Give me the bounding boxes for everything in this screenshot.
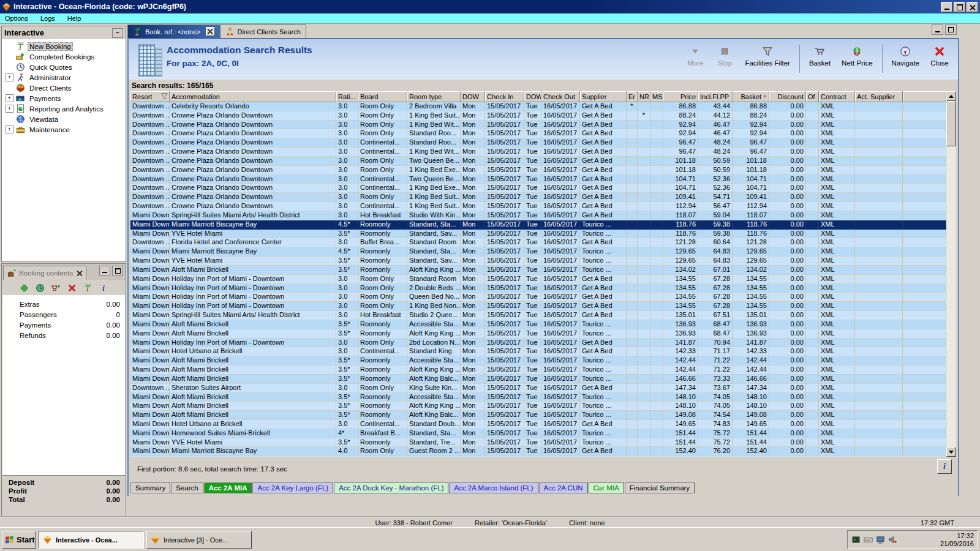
table-row[interactable]: Downtown ...Crowne Plaza Orlando Downtow…: [130, 175, 947, 184]
delete-icon-button[interactable]: [67, 283, 77, 294]
title-bar[interactable]: Interactive - Ocean-Florida (code: wPJCn…: [0, 0, 980, 13]
sidebar-item-completed-bookings[interactable]: Completed Bookings: [2, 51, 126, 62]
table-row[interactable]: Downtown ...Crowne Plaza Orlando Downtow…: [130, 202, 947, 211]
column-header-contract[interactable]: Contract: [819, 91, 855, 102]
table-row[interactable]: Miami Down...Holiday Inn Port of Miami -…: [130, 275, 947, 284]
nett-price-button[interactable]: $Nett Price: [839, 43, 876, 67]
table-row[interactable]: Miami Down...Hotel Urbano at Brickell3.0…: [130, 347, 947, 356]
table-row[interactable]: Miami Down...Holiday Inn Port of Miami -…: [130, 302, 947, 311]
table-row[interactable]: Miami Down...YVE Hotel Miami3.5*Roomonly…: [130, 257, 947, 266]
scroll-up-icon[interactable]: [946, 91, 956, 101]
bottom-tab-acc-2a-cun[interactable]: Acc 2A CUN: [539, 482, 588, 493]
table-row[interactable]: Downtown ...Crowne Plaza Orlando Downtow…: [130, 193, 947, 202]
info-icon-button[interactable]: i: [99, 283, 108, 294]
expand-icon[interactable]: +: [6, 105, 13, 113]
table-row[interactable]: Downtown ...Florida Hotel and Conference…: [130, 238, 947, 247]
column-header-nr[interactable]: NR: [638, 91, 650, 102]
table-row[interactable]: Miami Down...Miami Marriott Biscayne Bay…: [130, 447, 947, 456]
start-button[interactable]: Start: [2, 531, 36, 549]
close-button[interactable]: [967, 2, 978, 12]
info-button[interactable]: i: [937, 459, 952, 474]
booking-item-extras[interactable]: Extras0.00: [2, 299, 125, 309]
booking-item-payments[interactable]: Payments0.00: [2, 320, 125, 330]
navigate-button[interactable]: Navigate: [889, 43, 922, 67]
mdi-restore-button[interactable]: [945, 24, 957, 35]
bottom-tab-summary[interactable]: Summary: [130, 482, 170, 493]
column-header-er[interactable]: Er: [627, 91, 638, 102]
booking-contents-tab[interactable]: Booking contents: [3, 266, 86, 280]
table-row[interactable]: Miami Down...Aloft Miami Brickell3.5*Roo…: [130, 402, 947, 411]
palm-icon-button[interactable]: [83, 283, 92, 294]
table-row[interactable]: Miami Down...Homewood Suites Miami-Brick…: [130, 429, 947, 438]
table-row[interactable]: Miami Down...Holiday Inn Port of Miami -…: [130, 284, 947, 293]
sidebar-item-administrator[interactable]: +Administrator: [2, 72, 126, 83]
taskbar-task-1[interactable]: Interactive - Ocea...: [39, 531, 144, 549]
menu-item-logs[interactable]: Logs: [40, 15, 55, 22]
bottom-tab-acc-2a-key-largo-fl[interactable]: Acc 2A Key Largo (FL): [252, 482, 333, 493]
column-header-room-type[interactable]: Room type: [407, 91, 461, 102]
table-row[interactable]: Miami Down...YVE Hotel Miami3.5*Roomonly…: [130, 230, 947, 239]
table-vertical-scrollbar[interactable]: [946, 91, 956, 457]
column-header-board[interactable]: Board: [358, 91, 407, 102]
minimize-button[interactable]: [941, 2, 952, 12]
table-row[interactable]: Miami Down...Aloft Miami Brickell3.5*Roo…: [130, 320, 947, 329]
sidebar-item-viewdata[interactable]: Viewdata: [2, 114, 126, 124]
sidebar-item-payments[interactable]: +$Payments: [2, 93, 126, 103]
table-row[interactable]: Miami Down...Aloft Miami Brickell3.5*Roo…: [130, 393, 947, 402]
scrollbar-thumb[interactable]: [946, 101, 956, 146]
column-header-discount[interactable]: Discount: [769, 91, 806, 102]
table-row[interactable]: Downtown ...Sheraton Suites Airport3.0Ro…: [130, 384, 947, 393]
table-row[interactable]: Downtown ...Crowne Plaza Orlando Downtow…: [130, 138, 947, 148]
sidebar-item-direct-clients[interactable]: Direct Clients: [2, 83, 126, 93]
column-header-ms[interactable]: MS: [650, 91, 663, 102]
bottom-tab-acc-2a-mia[interactable]: Acc 2A MIA: [204, 482, 252, 493]
booking-contents-close-icon[interactable]: [77, 271, 82, 276]
expand-icon[interactable]: +: [6, 73, 13, 81]
table-row[interactable]: Miami Down...YVE Hotel Miami3.5*Roomonly…: [130, 438, 947, 448]
tab-book-ref-none[interactable]: Book. ref.: <none>: [127, 24, 221, 38]
column-header-accommodation[interactable]: Accommodation: [170, 91, 336, 102]
table-row[interactable]: Downtown ...Celebrity Resorts Orlando3.0…: [130, 102, 947, 111]
sidebar-item-reporting-and-analytics[interactable]: +Reporting and Analytics: [2, 103, 126, 114]
column-header-check-in[interactable]: Check In: [485, 91, 524, 102]
column-header-of[interactable]: Of: [806, 91, 819, 102]
column-header-act-supplier[interactable]: Act. Supplier: [855, 91, 903, 102]
table-row[interactable]: Miami Down...Holiday Inn Port of Miami -…: [130, 293, 947, 302]
sidebar-item-quick-quotes[interactable]: Quick Quotes: [2, 62, 126, 72]
sidebar-item-new-booking[interactable]: New Booking: [2, 41, 126, 51]
expand-icon[interactable]: +: [6, 94, 13, 102]
panel-collapse-icon[interactable]: −: [112, 28, 123, 38]
tab-direct-clients-search[interactable]: Direct Clients Search: [221, 24, 306, 38]
booking-panel-minimize-button[interactable]: [99, 266, 110, 276]
table-row[interactable]: Miami Down...Aloft Miami Brickell3.5*Roo…: [130, 375, 947, 384]
table-row[interactable]: Downtown ...Crowne Plaza Orlando Downtow…: [130, 184, 947, 193]
booking-item-passengers[interactable]: Passengers0: [2, 309, 125, 320]
table-row[interactable]: Miami Down...Holiday Inn Port of Miami -…: [130, 339, 947, 348]
scroll-down-icon[interactable]: [946, 447, 956, 457]
column-header-rati[interactable]: Rati...: [336, 91, 358, 102]
table-row[interactable]: Miami Down...Aloft Miami Brickell3.5*Roo…: [130, 356, 947, 365]
column-header-dow[interactable]: DOW: [461, 91, 485, 102]
expand-icon[interactable]: +: [6, 126, 13, 133]
table-row[interactable]: Downtown ...Crowne Plaza Orlando Downtow…: [130, 157, 947, 166]
column-header-basket[interactable]: Basket▼: [733, 91, 769, 102]
bottom-tab-financial-summary[interactable]: Financial Summary: [625, 482, 695, 493]
bottom-tab-acc-2a-duck-key-marathon-fl[interactable]: Acc 2A Duck Key - Marathon (FL): [334, 482, 448, 493]
table-row[interactable]: Downtown ...Crowne Plaza Orlando Downtow…: [130, 129, 947, 138]
menu-item-help[interactable]: Help: [67, 15, 81, 22]
quote-clock-icon-button[interactable]: [36, 283, 45, 294]
table-row[interactable]: Miami Down...Hotel Urbano at Brickell3.0…: [130, 420, 947, 429]
bottom-tab-acc-2a-marco-island-fl[interactable]: Acc 2A Marco Island (FL): [449, 482, 538, 493]
table-row[interactable]: Miami Down...Aloft Miami Brickell3.5*Roo…: [130, 365, 947, 375]
column-header-resort[interactable]: Resort: [130, 91, 170, 102]
column-header-price[interactable]: Price: [663, 91, 698, 102]
table-row[interactable]: Downtown ...Crowne Plaza Orlando Downtow…: [130, 121, 947, 130]
tab-close-icon[interactable]: [206, 27, 215, 36]
basket-add-icon-button[interactable]: [51, 283, 61, 294]
table-row[interactable]: Downtown ...Crowne Plaza Orlando Downtow…: [130, 166, 947, 175]
menu-item-options[interactable]: Options: [5, 15, 28, 22]
table-row[interactable]: Miami Down...Aloft Miami Brickell3.5*Roo…: [130, 329, 947, 339]
basket-button[interactable]: Basket: [806, 43, 834, 67]
table-row[interactable]: Downtown ...Crowne Plaza Orlando Downtow…: [130, 111, 947, 121]
table-row[interactable]: Miami Down...Aloft Miami Brickell3.5*Roo…: [130, 266, 947, 275]
